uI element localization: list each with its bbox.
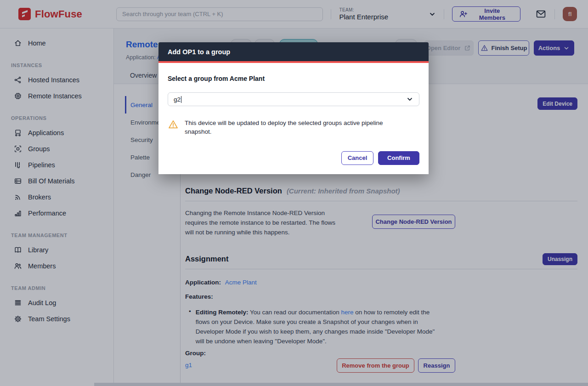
app-root: FlowFuse TEAM: Plant Enterprise Invite M… [0,0,588,386]
modal-title: Add OP1 to a group [168,48,230,56]
cancel-button[interactable]: Cancel [341,151,373,165]
add-to-group-modal: Add OP1 to a group Select a group from A… [158,42,429,174]
text-caret [181,96,181,103]
warning-message: This device will be updated to deploy th… [168,119,419,136]
confirm-button[interactable]: Confirm [378,151,419,165]
group-combobox-value: g2 [174,96,181,103]
warning-text: This device will be updated to deploy th… [185,119,405,136]
group-select-label: Select a group from Acme Plant [168,75,419,82]
modal-header: Add OP1 to a group [158,42,429,61]
warning-triangle-icon [168,119,179,130]
group-combobox[interactable]: g2 [168,92,419,106]
chevron-down-icon [406,96,413,103]
modal-actions: Cancel Confirm [168,151,419,165]
modal-body: Select a group from Acme Plant g2 This d… [158,63,429,174]
